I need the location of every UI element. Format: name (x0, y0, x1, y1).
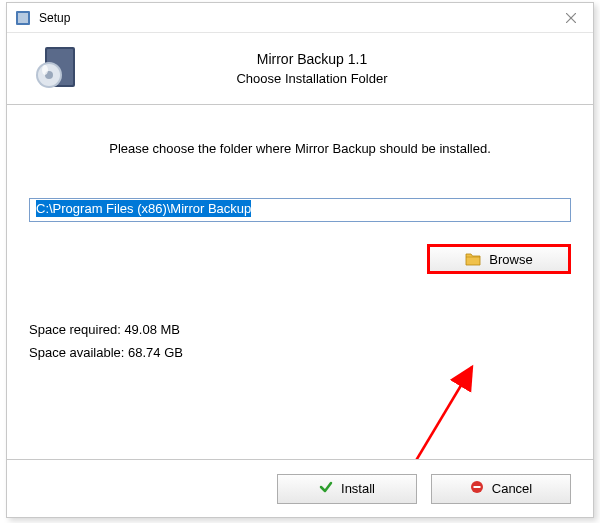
titlebar: Setup (7, 3, 593, 33)
page-subtitle: Choose Installation Folder (101, 71, 523, 86)
folder-icon (465, 252, 481, 266)
product-icon (35, 45, 83, 93)
close-icon (566, 13, 576, 23)
cancel-icon (470, 480, 484, 497)
svg-point-9 (42, 65, 48, 75)
install-label: Install (341, 481, 375, 496)
space-info: Space required: 49.08 MB Space available… (29, 322, 571, 360)
header-text: Mirror Backup 1.1 Choose Installation Fo… (101, 51, 593, 86)
header: Mirror Backup 1.1 Choose Installation Fo… (7, 33, 593, 105)
cancel-label: Cancel (492, 481, 532, 496)
instruction-text: Please choose the folder where Mirror Ba… (29, 141, 571, 156)
close-button[interactable] (548, 3, 593, 33)
check-icon (319, 480, 333, 497)
product-title: Mirror Backup 1.1 (101, 51, 523, 67)
browse-button[interactable]: Browse (427, 244, 571, 274)
svg-rect-12 (473, 486, 480, 488)
body: Please choose the folder where Mirror Ba… (7, 105, 593, 360)
app-icon (15, 10, 31, 26)
browse-label: Browse (489, 252, 532, 267)
space-required: Space required: 49.08 MB (29, 322, 571, 337)
setup-window: Setup Mirror Backup 1.1 Choose Installat… (6, 2, 594, 518)
cancel-button[interactable]: Cancel (431, 474, 571, 504)
install-button[interactable]: Install (277, 474, 417, 504)
space-available: Space available: 68.74 GB (29, 345, 571, 360)
install-path-value: C:\Program Files (x86)\Mirror Backup (36, 200, 251, 217)
window-title: Setup (39, 11, 70, 25)
svg-rect-1 (18, 13, 28, 23)
install-path-input[interactable]: C:\Program Files (x86)\Mirror Backup (29, 198, 571, 222)
footer: Install Cancel (7, 459, 593, 517)
